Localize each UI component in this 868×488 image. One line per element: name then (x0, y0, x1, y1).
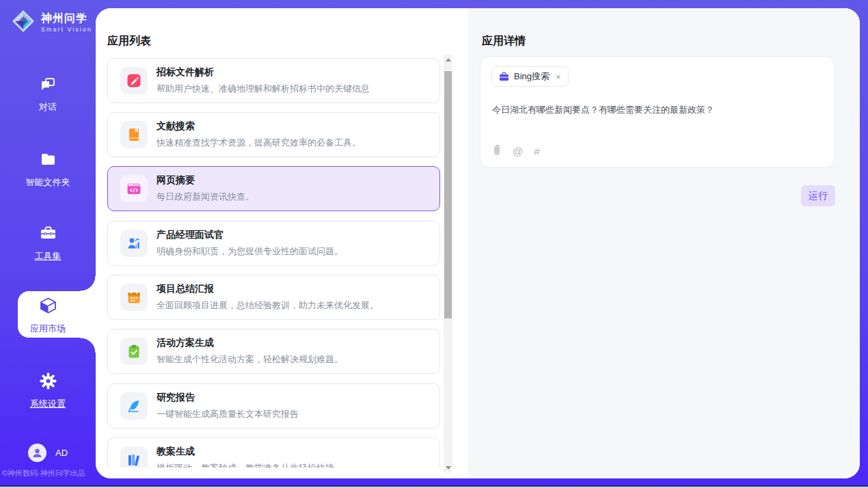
person-icon (31, 447, 43, 459)
user-initials: AD (55, 448, 68, 458)
book-icon (120, 121, 148, 148)
gear-icon (39, 381, 57, 392)
app-card-desc: 一键智能生成高质量长文本研究报告 (157, 408, 299, 420)
app-card-desc: 全面回顾项目进展，总结经验教训，助力未来优化发展。 (157, 299, 379, 312)
app-card-desc: 智能生成个性化活动方案，轻松解决规划难题。 (157, 353, 343, 366)
sidebar: 神州问学 Smart Vision 对话 智能文件夹 (0, 0, 96, 488)
books-icon (120, 446, 148, 467)
app-card-title: 产品经理面试官 (157, 229, 343, 241)
sidebar-item-settings[interactable]: 系统设置 (0, 372, 96, 410)
browser-code-icon (120, 175, 148, 202)
hash-icon[interactable]: # (534, 146, 539, 157)
app-card-desc: 明确身份和职责，为您提供专业性的面试问题。 (157, 245, 343, 258)
folder-icon (39, 159, 57, 171)
at-icon[interactable]: @ (513, 146, 523, 157)
prompt-text[interactable]: 今日湖北有哪些新闻要点？有哪些需要关注的最新政策？ (492, 103, 824, 117)
scroll-down-arrow-icon[interactable] (446, 466, 451, 470)
app-card-web-summary[interactable]: 网页摘要 每日政府新闻资讯快查。 (107, 166, 440, 211)
app-detail-title: 应用详情 (482, 34, 526, 49)
scrollbar-thumb[interactable] (444, 71, 452, 318)
sidebar-item-smart-folder[interactable]: 智能文件夹 (0, 150, 96, 189)
clipboard-check-icon (120, 338, 148, 365)
user-account[interactable]: AD (0, 444, 96, 462)
app-card-desc: 快速精准查找学术资源，提高研究效率的必备工具。 (157, 137, 361, 149)
sidebar-item-label: 系统设置 (0, 398, 96, 410)
app-card-title: 教案生成 (157, 446, 334, 458)
app-card-title: 项目总结汇报 (157, 283, 379, 295)
app-card-event-plan[interactable]: 活动方案生成 智能生成个性化活动方案，轻松解决规划难题。 (107, 329, 440, 374)
paperclip-icon[interactable] (492, 144, 502, 159)
app-card-pm-interviewer[interactable]: 产品经理面试官 明确身份和职责，为您提供专业性的面试问题。 (107, 221, 440, 266)
person-chart-icon (120, 230, 148, 257)
app-card-research-report[interactable]: 研究报告 一键智能生成高质量长文本研究报告 (107, 383, 440, 429)
scroll-up-arrow-icon[interactable] (446, 58, 451, 62)
sidebar-item-label: 对话 (0, 101, 96, 113)
app-card-title: 活动方案生成 (157, 337, 343, 349)
app-card-title: 文献搜索 (157, 120, 361, 133)
sidebar-item-app-market[interactable]: 应用市场 (0, 297, 96, 335)
app-card-lesson-plan[interactable]: 教案生成 模板驱动，教案秒成，教学准备从此轻松快捷 (107, 437, 440, 467)
app-card-desc: 帮助用户快速、准确地理解和解析招标书中的关键信息 (157, 83, 370, 95)
tool-chip-label: Bing搜索 (514, 70, 550, 83)
brand-logo: 神州问学 Smart Vision (11, 9, 92, 36)
composer-toolbar: @ # (492, 144, 540, 159)
app-list-title: 应用列表 (107, 34, 151, 49)
calendar-icon (120, 284, 148, 311)
app-card-desc: 每日政府新闻资讯快查。 (157, 191, 254, 203)
brand-name: 神州问学 (41, 12, 92, 25)
pen-square-icon (120, 67, 148, 94)
scrollbar[interactable] (444, 55, 452, 473)
app-card-project-summary[interactable]: 项目总结汇报 全面回顾项目进展，总结经验教训，助力未来优化发展。 (107, 275, 440, 320)
avatar (28, 444, 46, 462)
app-card-bid-parse[interactable]: 招标文件解析 帮助用户快速、准确地理解和解析招标书中的关键信息 (107, 58, 440, 103)
sidebar-item-label: 工具集 (0, 250, 96, 262)
app-card-title: 招标文件解析 (157, 66, 370, 79)
briefcase-icon (499, 72, 509, 81)
app-card-title: 网页摘要 (157, 174, 254, 187)
cube-icon (39, 306, 57, 317)
app-list-panel: 应用列表 招标文件解析 帮助用户快速、准确地理解和解析招标书中的关键信息 (96, 8, 468, 478)
sidebar-item-label: 应用市场 (0, 323, 96, 335)
app-card-title: 研究报告 (157, 392, 299, 404)
prompt-input-card[interactable]: Bing搜索 × 今日湖北有哪些新闻要点？有哪些需要关注的最新政策？ @ # (480, 56, 835, 168)
copyright-text: ©神州数码·神州问学出品 (2, 468, 95, 478)
chat-icon (39, 84, 57, 96)
sidebar-item-chat[interactable]: 对话 (0, 75, 96, 113)
app-detail-panel: 应用详情 Bing搜索 × 今日湖北有哪些新闻要点？有哪些需要关注的最新政策？ (468, 8, 860, 478)
app-card-desc: 模板驱动，教案秒成，教学准备从此轻松快捷 (157, 462, 334, 467)
chip-close-icon[interactable]: × (556, 72, 561, 82)
tool-chip-bing-search[interactable]: Bing搜索 × (491, 66, 569, 87)
main-content: 应用列表 招标文件解析 帮助用户快速、准确地理解和解析招标书中的关键信息 (96, 8, 860, 478)
app-card-literature-search[interactable]: 文献搜索 快速精准查找学术资源，提高研究效率的必备工具。 (107, 112, 440, 157)
quill-icon (120, 392, 148, 420)
brand-subtitle: Smart Vision (41, 26, 92, 33)
run-button[interactable]: 运行 (801, 185, 835, 206)
diamond-logo-icon (11, 9, 36, 36)
sidebar-item-toolset[interactable]: 工具集 (0, 224, 96, 262)
app-card-list: 招标文件解析 帮助用户快速、准确地理解和解析招标书中的关键信息 文献搜索 快速精… (107, 58, 440, 467)
sidebar-item-label: 智能文件夹 (0, 176, 96, 189)
toolbox-icon (39, 233, 57, 245)
